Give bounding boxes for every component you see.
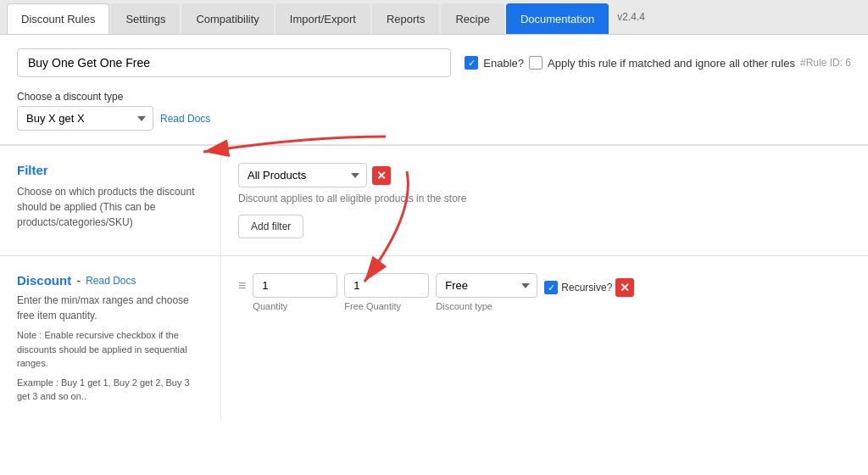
discount-type-col: Free Percentage Fixed Discount type: [436, 273, 537, 311]
rule-name-input[interactable]: [17, 48, 451, 77]
recursive-checkbox[interactable]: [544, 281, 558, 294]
discount-example: Example : Buy 1 get 1, Buy 2 get 2, Buy …: [17, 376, 203, 404]
tab-bar: Discount Rules Settings Compatibility Im…: [0, 0, 868, 35]
discount-description: Enter the min/max ranges and choose free…: [17, 293, 203, 323]
apply-rule-checkbox[interactable]: [529, 56, 542, 70]
discount-input-row: ≡ Quantity Free Quantity Free Percentage…: [238, 273, 851, 311]
version-label: v2.4.4: [617, 11, 645, 23]
free-quantity-col: Free Quantity: [344, 273, 429, 311]
discount-section: Discount - Read Docs Enter the min/max r…: [0, 255, 868, 421]
tab-settings[interactable]: Settings: [111, 3, 180, 34]
recursive-label: Recursive?: [561, 282, 612, 293]
rule-id: #Rule ID: 6: [800, 57, 851, 69]
discount-type-select[interactable]: Buy X get X Percentage Discount Fixed Di…: [17, 106, 153, 131]
recursive-remove-button[interactable]: ✕: [615, 278, 634, 297]
filter-title: Filter: [17, 163, 203, 177]
tab-recipe[interactable]: Recipe: [441, 3, 504, 34]
quantity-label: Quantity: [253, 301, 337, 311]
filter-description: Choose on which products the discount sh…: [17, 184, 203, 230]
filter-section: Filter Choose on which products the disc…: [0, 145, 868, 255]
tab-compatibility[interactable]: Compatibility: [181, 3, 273, 34]
discount-type-label: Choose a discount type: [17, 91, 851, 103]
tab-documentation[interactable]: Documentation: [506, 3, 609, 34]
discount-type-input-select[interactable]: Free Percentage Fixed: [436, 273, 537, 298]
discount-title-row: Discount - Read Docs: [17, 273, 203, 288]
discount-left: Discount - Read Docs Enter the min/max r…: [0, 256, 220, 421]
filter-right: All Products Specific Products Specific …: [220, 146, 868, 255]
quantity-col: Quantity: [253, 273, 337, 311]
add-filter-button[interactable]: Add filter: [238, 215, 303, 238]
rule-name-section: Enable? Apply this rule if matched and i…: [0, 35, 868, 145]
enable-label: Enable?: [483, 57, 524, 70]
filter-remove-button[interactable]: ✕: [372, 166, 391, 185]
recursive-row: Recursive? ✕: [544, 278, 634, 297]
filter-left: Filter Choose on which products the disc…: [0, 146, 220, 255]
filter-hint: Discount applies to all eligible product…: [238, 193, 851, 204]
app-layout: Discount Rules Settings Compatibility Im…: [0, 0, 868, 475]
drag-handle-icon[interactable]: ≡: [238, 278, 246, 293]
enable-checkbox[interactable]: [465, 56, 478, 70]
discount-separator: -: [76, 273, 81, 288]
discount-type-section: Choose a discount type Buy X get X Perce…: [17, 91, 851, 131]
tab-discount-rules[interactable]: Discount Rules: [7, 3, 109, 34]
discount-right: ≡ Quantity Free Quantity Free Percentage…: [220, 256, 868, 421]
free-quantity-input[interactable]: [344, 273, 429, 298]
discount-type-row: Buy X get X Percentage Discount Fixed Di…: [17, 106, 851, 131]
filter-select-row: All Products Specific Products Specific …: [238, 163, 851, 187]
apply-rule-label: Apply this rule if matched and ignore al…: [548, 57, 795, 70]
quantity-input[interactable]: [253, 273, 337, 298]
tab-reports[interactable]: Reports: [372, 3, 440, 34]
read-docs-link[interactable]: Read Docs: [160, 113, 210, 125]
free-quantity-label: Free Quantity: [344, 301, 429, 311]
discount-note: Note : Enable recursive checkbox if the …: [17, 328, 203, 371]
rule-name-row: Enable? Apply this rule if matched and i…: [17, 48, 851, 77]
discount-title: Discount: [17, 273, 71, 288]
tab-import-export[interactable]: Import/Export: [275, 3, 370, 34]
discount-read-docs-link[interactable]: Read Docs: [86, 275, 136, 287]
filter-product-select[interactable]: All Products Specific Products Specific …: [238, 163, 367, 187]
discount-type-input-label: Discount type: [436, 301, 537, 311]
